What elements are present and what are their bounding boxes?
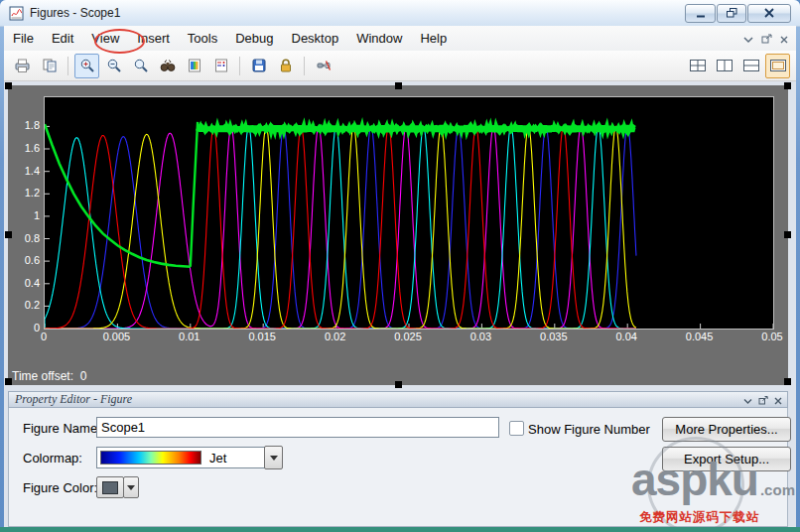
x-tick-label: 0.035 (534, 331, 574, 342)
show-figure-number-checkbox[interactable] (509, 421, 524, 436)
time-offset-value: 0 (80, 369, 87, 383)
bottom-edge-strip (0, 527, 800, 532)
selection-handle[interactable] (5, 378, 12, 385)
selection-handle[interactable] (5, 231, 12, 238)
titlebar[interactable]: Figures - Scope1 (0, 0, 800, 27)
selection-handle[interactable] (395, 381, 402, 388)
menu-item-edit[interactable]: Edit (43, 26, 82, 51)
undock-icon[interactable] (761, 30, 772, 48)
selection-handle[interactable] (395, 82, 402, 89)
panel-close-icon[interactable] (774, 391, 782, 409)
insert-colorbar-icon[interactable] (182, 54, 206, 78)
colormap-value: Jet (209, 451, 226, 466)
colormap-label: Colormap: (23, 451, 82, 466)
layout-grid-icon[interactable] (685, 54, 710, 78)
figure-color-button[interactable] (96, 476, 124, 498)
chevron-down-icon[interactable] (743, 30, 753, 48)
menu-item-desktop[interactable]: Desktop (283, 26, 348, 51)
toolbar-separator (67, 57, 68, 75)
layout-single-icon[interactable] (765, 54, 790, 78)
x-tick-label: 0.025 (388, 331, 428, 342)
y-tick-label: 0.2 (8, 299, 40, 311)
toolbar-separator (304, 57, 305, 75)
menu-item-window[interactable]: Window (347, 26, 411, 51)
layout-columns-icon[interactable] (712, 54, 736, 78)
lock-icon[interactable] (273, 54, 298, 78)
scope-axes[interactable] (44, 96, 774, 330)
property-editor-title: Property Editor - Figure (15, 392, 132, 407)
close-button[interactable] (747, 4, 791, 23)
figure-color-dropdown-arrow[interactable] (123, 476, 139, 498)
figure-color-label: Figure Color: (23, 480, 97, 495)
selection-handle[interactable] (784, 82, 791, 89)
selection-handle[interactable] (784, 378, 791, 385)
view-menu-highlight-annotation (94, 29, 145, 54)
insert-legend-icon[interactable] (208, 54, 233, 78)
scope-figure-panel[interactable]: 00.20.40.60.811.21.41.61.8 00.0050.010.0… (8, 85, 788, 385)
x-tick-label: 0 (24, 331, 64, 342)
y-tick-label: 1 (8, 209, 40, 221)
y-tick-label: 1.2 (8, 187, 40, 199)
x-tick-label: 0.045 (680, 331, 720, 342)
colormap-dropdown[interactable]: Jet (96, 447, 265, 468)
print-icon[interactable] (10, 54, 35, 78)
matlab-figure-icon (9, 6, 24, 21)
x-tick-label: 0.02 (316, 331, 355, 342)
colormap-dropdown-arrow[interactable] (264, 446, 283, 469)
figure-name-input[interactable] (96, 417, 499, 438)
y-tick-label: 0.4 (8, 277, 40, 289)
scope-plot (45, 97, 773, 329)
jet-colormap-swatch (100, 451, 201, 465)
more-properties-button[interactable]: More Properties... (662, 417, 791, 442)
x-tick-label: 0.04 (606, 331, 646, 342)
window-title: Figures - Scope1 (30, 6, 120, 20)
x-tick-label: 0.01 (170, 331, 209, 342)
panel-undock-icon[interactable] (758, 391, 768, 409)
panel-minimize-icon[interactable] (743, 391, 752, 409)
time-offset-label: Time offset: 0 (12, 369, 86, 383)
x-tick-label: 0.015 (242, 331, 282, 342)
figure-name-label: Figure Name: (23, 421, 101, 436)
selection-handle[interactable] (5, 82, 12, 89)
y-tick-label: 0.8 (8, 232, 40, 244)
close-panel-icon[interactable] (780, 30, 788, 48)
x-tick-label: 0.05 (752, 331, 792, 342)
property-editor-header[interactable]: Property Editor - Figure (8, 391, 788, 408)
menu-item-file[interactable]: File (4, 26, 43, 51)
menu-item-tools[interactable]: Tools (179, 26, 226, 51)
zoom-in-icon[interactable] (74, 54, 99, 78)
y-tick-label: 0.6 (8, 254, 40, 266)
export-setup-button[interactable]: Export Setup... (662, 447, 791, 471)
save-icon[interactable] (246, 54, 271, 78)
zoom-out-icon[interactable] (101, 54, 126, 78)
figure-color-swatch (102, 481, 118, 494)
zoom-reset-icon[interactable] (128, 54, 153, 78)
toolbar (4, 51, 796, 81)
show-figure-number-label: Show Figure Number (528, 422, 650, 437)
minimize-button[interactable] (685, 4, 716, 23)
find-icon[interactable] (155, 54, 180, 78)
property-editor-body: Figure Name: Show Figure Number More Pro… (8, 408, 788, 527)
y-tick-label: 1.6 (8, 142, 40, 154)
x-tick-label: 0.005 (96, 331, 136, 342)
restore-button[interactable] (717, 4, 746, 23)
matlab-figure-window: Figures - Scope1 File Edit View Insert T… (0, 0, 800, 532)
copy-icon[interactable] (37, 54, 62, 78)
unplug-icon[interactable] (311, 54, 335, 78)
menu-item-debug[interactable]: Debug (226, 26, 282, 51)
layout-rows-icon[interactable] (738, 54, 763, 78)
x-tick-label: 0.03 (461, 331, 500, 342)
toolbar-separator (239, 57, 240, 75)
selection-handle[interactable] (784, 231, 791, 238)
y-tick-label: 1.4 (8, 165, 40, 177)
menu-item-help[interactable]: Help (411, 26, 456, 51)
y-tick-label: 1.8 (8, 119, 40, 131)
